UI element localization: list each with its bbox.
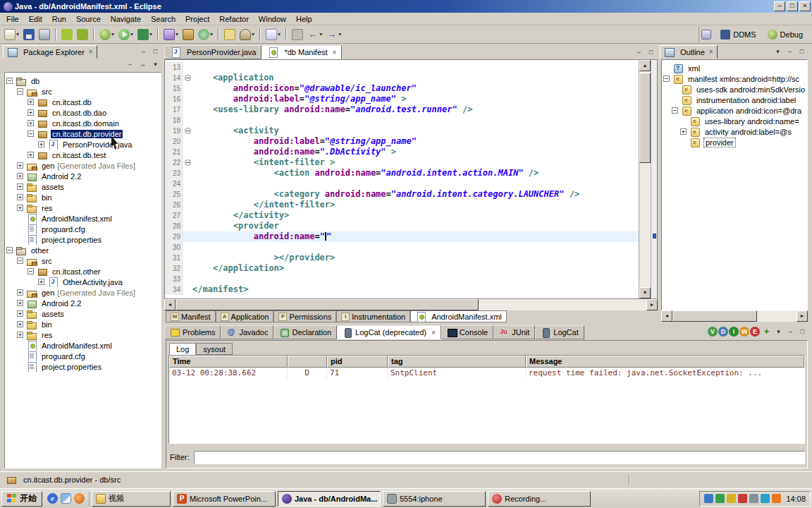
expand-toggle-icon[interactable]: + — [27, 152, 34, 158]
code-line[interactable]: 29 android:name="" — [165, 231, 639, 242]
view-tab[interactable]: Declaration — [273, 325, 337, 339]
tree-item[interactable]: +cn.itcast.db.domain — [5, 118, 161, 128]
collapse-toggle-icon[interactable]: − — [27, 131, 34, 137]
code-line[interactable]: 28 <provider — [165, 221, 639, 231]
column-header[interactable]: pid — [327, 356, 388, 368]
expand-toggle-icon[interactable]: + — [38, 279, 44, 285]
tree-item[interactable]: −src — [5, 86, 161, 97]
manifest-page-tab[interactable]: PPermissions — [273, 310, 336, 322]
tree-item[interactable]: −manifest xmlns:android=http://sc — [662, 73, 807, 84]
error-level-button[interactable]: E — [750, 327, 760, 337]
tray-icon[interactable] — [704, 494, 713, 503]
tree-item[interactable]: −other — [5, 245, 161, 255]
tree-item[interactable]: +activity android:label=@s — [662, 126, 807, 137]
tree-item[interactable]: −application android:icon=@dra — [662, 105, 807, 116]
add-filter-icon[interactable]: + — [761, 327, 772, 337]
tree-item[interactable]: +OtherActivity.java — [5, 277, 161, 287]
scroll-right-icon[interactable]: ► — [646, 299, 658, 310]
code-line[interactable]: 26 </intent-filter> — [165, 200, 639, 210]
code-line[interactable]: 23 <action android:name="android.intent.… — [165, 168, 639, 179]
manifest-page-tab[interactable]: AApplication — [216, 310, 274, 322]
minimize-editor-icon[interactable]: – — [634, 48, 644, 57]
task-button[interactable]: Java - db/AndroidMa... — [278, 491, 381, 507]
tree-item[interactable]: +assets — [5, 181, 161, 192]
tray-icon[interactable] — [738, 494, 747, 503]
view-tab[interactable]: Javadoc — [221, 325, 273, 339]
expand-toggle-icon[interactable]: + — [17, 332, 23, 338]
collapse-fold-icon[interactable] — [185, 128, 191, 134]
code-line[interactable]: 27 </activity> — [165, 210, 639, 221]
tree-item[interactable]: +gen[Generated Java Files] — [5, 160, 161, 171]
view-tab[interactable]: LogCat — [535, 325, 584, 339]
tree-item[interactable]: AndroidManifest.xml — [5, 340, 161, 351]
task-button[interactable]: Recording... — [488, 491, 591, 507]
minimize-view-icon[interactable]: – — [138, 47, 149, 56]
external-tools-button[interactable]: ▾ — [136, 27, 154, 42]
new-wizard-button[interactable]: ▾ — [3, 27, 20, 42]
menu-help[interactable]: Help — [291, 13, 317, 25]
column-header[interactable]: Time — [169, 356, 288, 368]
restore-button[interactable]: □ — [787, 1, 798, 11]
tree-item[interactable]: +gen[Generated Java Files] — [5, 287, 161, 298]
menu-file[interactable]: File — [1, 13, 24, 25]
expand-toggle-icon[interactable]: + — [38, 141, 44, 147]
vertical-scrollbar-thumb[interactable] — [639, 73, 651, 163]
close-icon[interactable]: × — [89, 48, 93, 56]
run-button[interactable]: ▾ — [117, 27, 135, 42]
code-line[interactable]: 22 <intent-filter > — [165, 157, 639, 168]
package-explorer-tab[interactable]: Package Explorer × — [3, 45, 97, 59]
search-button[interactable]: ▾ — [238, 27, 256, 42]
code-line[interactable]: 34</manifest> — [165, 284, 639, 295]
expand-toggle-icon[interactable]: + — [27, 99, 34, 105]
code-line[interactable]: 16 android:label="@string/app_name" > — [165, 94, 639, 104]
collapse-all-icon[interactable]: − — [125, 60, 135, 69]
media-player-icon[interactable] — [74, 493, 85, 504]
menu-edit[interactable]: Edit — [24, 13, 47, 25]
code-line[interactable]: 21 android:name=".DbActivity" > — [165, 147, 639, 157]
code-editor[interactable]: 1314 <application15 android:icon="@drawa… — [164, 59, 658, 299]
debug-level-button[interactable]: D — [718, 327, 728, 337]
verbose-level-button[interactable]: V — [708, 327, 718, 337]
editor-vertical-scrollbar[interactable]: ▲ ▼ — [639, 60, 651, 298]
tree-item[interactable]: −db — [5, 75, 161, 86]
code-line[interactable]: 17 <uses-library android:name="android.t… — [165, 104, 639, 115]
expand-toggle-icon[interactable]: + — [17, 310, 23, 317]
column-header[interactable]: tag — [388, 356, 526, 368]
menu-navigate[interactable]: Navigate — [106, 13, 146, 25]
code-line[interactable]: 30 — [165, 242, 639, 253]
tree-item[interactable]: uses-sdk android:minSdkVersio — [662, 84, 807, 95]
tree-item[interactable]: +Android 2.2 — [5, 171, 161, 181]
menu-search[interactable]: Search — [146, 13, 180, 25]
print-button[interactable] — [37, 27, 51, 42]
minimize-button[interactable]: – — [774, 1, 785, 11]
manifest-page-tab[interactable]: MManifest — [166, 310, 216, 322]
tray-icon[interactable] — [761, 494, 770, 503]
tree-item[interactable]: uses-library android:name= — [662, 116, 807, 126]
tree-item[interactable]: +res — [5, 329, 161, 340]
code-line[interactable]: 20 android:label="@string/app_name" — [165, 136, 639, 147]
editor-horizontal-scrollbar[interactable]: ◄ ► — [164, 299, 658, 310]
tree-item[interactable]: +Android 2.2 — [5, 298, 161, 308]
expand-toggle-icon[interactable]: + — [680, 128, 687, 135]
forward-button[interactable]: ▾ — [325, 27, 343, 42]
tree-item[interactable]: −cn.itcast.other — [5, 266, 161, 277]
tree-item[interactable]: +cn.itcast.db.test — [5, 150, 161, 160]
show-desktop-icon[interactable] — [61, 493, 71, 504]
close-icon[interactable]: × — [333, 49, 337, 56]
view-tab[interactable]: Problems — [164, 325, 221, 339]
code-line[interactable]: 15 android:icon="@drawable/ic_launcher" — [165, 83, 639, 94]
new-package-button[interactable] — [181, 27, 195, 42]
task-button[interactable]: 视频 — [92, 491, 171, 507]
menu-run[interactable]: Run — [47, 13, 71, 25]
android-sdk-manager-button[interactable] — [60, 27, 74, 42]
menu-window[interactable]: Window — [254, 13, 291, 25]
annotations-button[interactable]: ▾ — [264, 27, 282, 42]
tree-item[interactable]: +bin — [5, 319, 161, 329]
outline-horizontal-scrollbar[interactable]: ◄ ► — [661, 310, 808, 322]
maximize-view-icon[interactable]: □ — [796, 47, 807, 56]
collapse-toggle-icon[interactable]: − — [6, 78, 13, 84]
expand-toggle-icon[interactable]: + — [17, 205, 23, 211]
open-perspective-button[interactable] — [700, 27, 713, 42]
scroll-left-icon[interactable]: ◄ — [661, 310, 672, 322]
perspective-ddms-button[interactable]: DDMS — [716, 28, 760, 41]
